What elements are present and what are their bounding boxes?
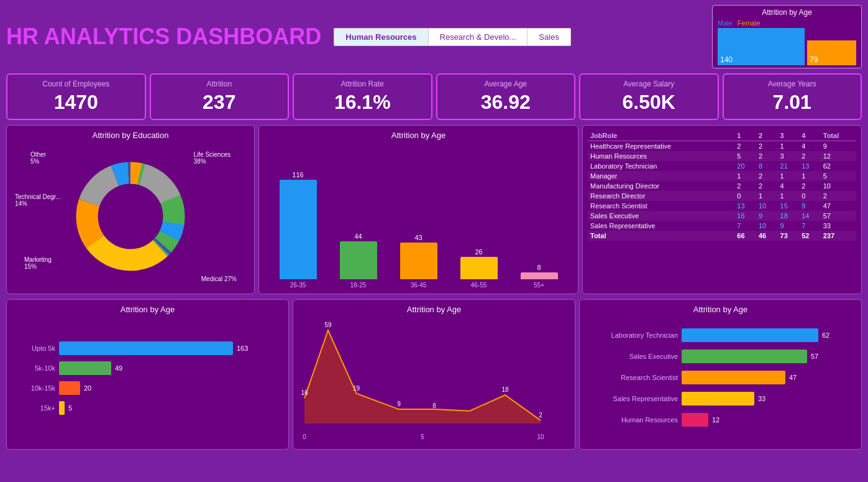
table-row: Sales Representative 7 10 9 7 33 [588, 221, 856, 231]
charts-row-1: Attrition by Education Life Sciences [0, 123, 868, 297]
age-bar-col: 26 46-55 [460, 248, 498, 289]
age-legend: Male Female [718, 19, 856, 27]
table-row: Total 66 46 73 52 237 [588, 231, 856, 241]
area-label: 59 [324, 322, 332, 328]
kpi-value-1: 237 [158, 91, 281, 114]
salary-bar [59, 381, 80, 395]
table-header: 2 [756, 131, 778, 141]
age-bar-col: 8 55+ [521, 264, 558, 289]
role-cell: Human Resources [588, 151, 734, 161]
line-chart-title: Attrition by Age [298, 305, 570, 314]
dept-tab-research[interactable]: Research & Develo... [429, 29, 528, 45]
role-cell: Healthcare Representative [588, 141, 734, 152]
role-bar-label: Sales Representative [591, 395, 678, 402]
age-bar-chart-box: Attrition by Age 116 26-35 44 18-25 43 3… [258, 125, 578, 294]
role-bar-row: Human Resources 12 [591, 413, 850, 427]
role-cell: Total [588, 231, 734, 241]
bar-rect [521, 272, 558, 279]
bar-value: 8 [537, 264, 541, 271]
age-bar-container: 116 26-35 44 18-25 43 36-45 26 46-55 8 5… [264, 144, 573, 289]
table-header: 1 [734, 131, 756, 141]
salary-label: 15k+ [18, 404, 55, 412]
bar-rect [280, 180, 317, 279]
c3-cell: 1 [778, 191, 800, 201]
total-cell: 10 [821, 181, 856, 191]
role-cell: Laboratory Technician [588, 161, 734, 171]
kpi-avg-age: Average Age 36.92 [436, 73, 576, 120]
c1-cell: 2 [734, 141, 756, 152]
table-header: 3 [778, 131, 800, 141]
bar-value: 43 [414, 234, 422, 241]
c1-cell: 2 [734, 181, 756, 191]
c4-cell: 7 [799, 221, 821, 231]
c3-cell: 21 [778, 161, 800, 171]
role-bar-value: 62 [822, 331, 829, 339]
salary-bar [59, 361, 111, 375]
c1-cell: 5 [734, 151, 756, 161]
dept-tab-sales[interactable]: Sales [528, 29, 570, 45]
legend-technical: Technical Degr... [15, 193, 61, 200]
salary-chart-title: Attrition by Age [12, 305, 283, 314]
c2-cell: 2 [756, 141, 778, 152]
salary-bar [59, 341, 233, 355]
c4-cell: 52 [799, 231, 821, 241]
c2-cell: 9 [756, 211, 778, 221]
role-bar [682, 371, 785, 384]
female-legend: Female [738, 19, 761, 27]
total-cell: 5 [821, 171, 856, 181]
line-chart-box: Attrition by Age 16591998182 0 5 10 [293, 299, 575, 450]
role-bar-title: Attrition by Age [585, 305, 856, 314]
kpi-attrition: Attrition 237 [150, 73, 290, 120]
kpi-value-0: 1470 [15, 91, 137, 114]
salary-hbar-container: Upto 5k 163 5k-10k 49 10k-15k 20 15k+ 5 [12, 318, 283, 444]
kpi-label-5: Average Years [731, 80, 854, 88]
age-bar-title: Attrition by Age [264, 131, 573, 140]
salary-bar-row: Upto 5k 163 [18, 341, 277, 355]
donut-container: Life Sciences 38% Other 5% Technical Deg… [12, 144, 249, 289]
legend-marketing-pct: 15% [24, 263, 52, 270]
legend-life-sciences-pct: 38% [194, 158, 231, 165]
role-bar [682, 413, 708, 427]
role-bar-label: Laboratory Technician [591, 331, 678, 339]
area-label: 8 [432, 402, 436, 409]
role-bar-row: Research Scientist 47 [591, 371, 850, 384]
table-row: Research Scientist 13 10 15 9 47 [588, 201, 856, 211]
legend-life-sciences: Life Sciences [194, 151, 231, 158]
kpi-label-0: Count of Employees [15, 80, 137, 88]
role-bar-value: 12 [712, 416, 720, 424]
c3-cell: 1 [778, 141, 800, 152]
total-cell: 47 [821, 201, 856, 211]
bar-label: 18-25 [350, 282, 367, 289]
salary-value: 20 [84, 384, 91, 392]
education-chart-title: Attrition by Education [12, 131, 249, 140]
area-chart-container: 16591998182 0 5 10 [298, 318, 570, 445]
c3-cell: 4 [778, 181, 800, 191]
role-cell: Manufacturing Director [588, 181, 734, 191]
c1-cell: 16 [734, 211, 756, 221]
salary-label: 10k-15k [18, 384, 55, 392]
bar-label: 36-45 [411, 282, 427, 289]
dept-tab-hr[interactable]: Human Resources [334, 29, 428, 45]
male-legend: Male [718, 19, 733, 27]
c2-cell: 2 [756, 171, 778, 181]
female-bar: 79 [807, 40, 856, 65]
kpi-value-5: 7.01 [731, 91, 854, 114]
role-bar-row: Laboratory Technician 62 [591, 328, 850, 342]
role-cell: Manager [588, 171, 734, 181]
male-bar: 140 [718, 28, 805, 65]
c2-cell: 10 [756, 221, 778, 231]
table-header: JobRole [588, 131, 734, 141]
c1-cell: 1 [734, 171, 756, 181]
c1-cell: 20 [734, 161, 756, 171]
salary-bar-row: 15k+ 5 [18, 401, 277, 415]
table-row: Manager 1 2 1 1 5 [588, 171, 856, 181]
kpi-row: Count of Employees 1470 Attrition 237 At… [0, 71, 868, 123]
table-row: Human Resources 5 2 3 2 12 [588, 151, 856, 161]
education-chart-box: Attrition by Education Life Sciences [6, 125, 255, 294]
kpi-label-3: Average Age [445, 80, 567, 88]
c1-cell: 66 [734, 231, 756, 241]
table-row: Manufacturing Director 2 2 4 2 10 [588, 181, 856, 191]
role-bar-chart-box: Attrition by Age Laboratory Technician 6… [579, 299, 862, 450]
table-row: Research Director 0 1 1 0 2 [588, 191, 856, 201]
role-bar-value: 47 [789, 374, 797, 381]
